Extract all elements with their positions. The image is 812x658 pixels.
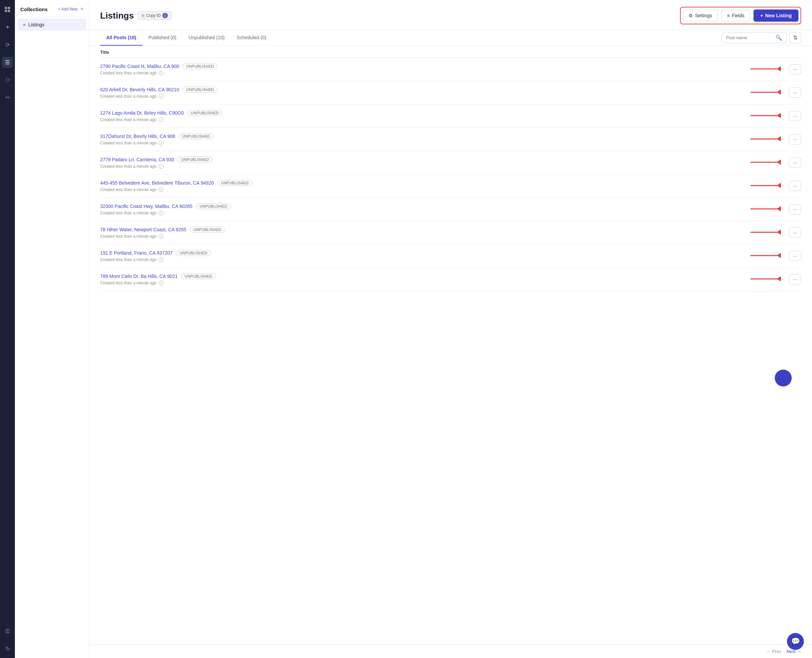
- more-options-button[interactable]: ···: [789, 227, 801, 238]
- arrow-line: [751, 232, 777, 233]
- listing-title-row: 1274 Lago Amila Dr, Birley Hills, C90O0 …: [100, 110, 789, 116]
- tab-unpublished[interactable]: Unpublished (10): [182, 30, 231, 45]
- listing-meta: Created less than a minute ago i: [100, 187, 789, 192]
- fields-button[interactable]: ≡ Fields: [721, 10, 751, 21]
- listing-meta: Created less than a minute ago i: [100, 234, 789, 239]
- listing-title[interactable]: 317Oahurst Dr, Bevrly Hills, CA 908: [100, 133, 175, 139]
- table-row: 2779 Padaro Ln, Carnteria, CA 930 UNPUBL…: [100, 151, 801, 174]
- tabs-right: 🔍 ⇅: [722, 32, 801, 43]
- icon-bar: ✦ ⟳ ☰ ⚇ ✂ ☰ ↻: [0, 0, 15, 658]
- listing-title[interactable]: 2779 Padaro Ln, Carnteria, CA 930: [100, 157, 174, 162]
- table-row: 191 E Portland, Frano, CA 937207 UNPUBLI…: [100, 244, 801, 268]
- sidebar-item-listings[interactable]: ≡ Listings: [17, 19, 86, 31]
- listing-title[interactable]: 1274 Lago Amila Dr, Birley Hills, C90O0: [100, 110, 184, 116]
- meta-info-icon[interactable]: i: [159, 118, 163, 122]
- status-badge: UNPUBLISHED: [190, 227, 225, 233]
- arrow-head: [777, 183, 781, 188]
- meta-info-icon[interactable]: i: [159, 257, 163, 262]
- meta-info-icon[interactable]: i: [159, 141, 163, 146]
- listing-title[interactable]: 2790 Pacific Coast H, Malibu, CA 900: [100, 64, 179, 69]
- listing-meta: Created less than a minute ago i: [100, 94, 789, 99]
- listing-title[interactable]: 32300 Pacific Coast Hwy, Malibu, CA 9026…: [100, 204, 193, 209]
- status-badge: UNPUBLISHED: [179, 133, 214, 139]
- tab-scheduled[interactable]: Scheduled (0): [231, 30, 272, 45]
- title-area: Listings ⎘ Copy ID i: [100, 11, 171, 21]
- meta-info-icon[interactable]: i: [159, 234, 163, 239]
- arrow-indicator: [751, 159, 781, 164]
- meta-info-icon[interactable]: i: [159, 187, 163, 192]
- arrow-head: [777, 113, 781, 118]
- filter-button[interactable]: ⇅: [789, 32, 801, 43]
- tools-icon[interactable]: ✂: [2, 92, 13, 103]
- arrow-indicator: [751, 113, 781, 118]
- more-options-button[interactable]: ···: [789, 88, 801, 98]
- listing-title[interactable]: 789 Mont Cielo Dr, Ba Hills, CA 9021: [100, 274, 177, 279]
- tab-all-posts[interactable]: All Posts (10): [100, 30, 143, 45]
- table-row: 32300 Pacific Coast Hwy, Malibu, CA 9026…: [100, 198, 801, 221]
- gear-icon: ⚙: [688, 13, 693, 18]
- meta-info-icon[interactable]: i: [159, 211, 163, 215]
- meta-info-icon[interactable]: i: [159, 164, 163, 169]
- copy-id-label: Copy ID: [146, 13, 161, 18]
- arrow-head: [777, 252, 781, 258]
- prev-button[interactable]: ← Prev: [766, 649, 781, 654]
- more-options-button[interactable]: ···: [789, 134, 801, 144]
- arrow-line: [751, 278, 777, 279]
- search-box[interactable]: 🔍: [722, 32, 787, 43]
- sidebar-header-actions: + Add New ×: [58, 6, 83, 12]
- close-sidebar-button[interactable]: ×: [80, 6, 83, 12]
- more-options-button[interactable]: ···: [789, 181, 801, 191]
- grid-icon[interactable]: [2, 4, 13, 15]
- new-listing-button[interactable]: + New Listing: [754, 9, 798, 22]
- page-title: Listings: [100, 11, 134, 21]
- listing-title[interactable]: 445-455 Belvedere Ave, Belvedere Tiburon…: [100, 180, 214, 186]
- bottom-icon-1[interactable]: ☰: [2, 625, 13, 636]
- arrow-indicator: [751, 252, 781, 258]
- search-input[interactable]: [726, 35, 773, 40]
- status-badge: UNPUBLISHED: [176, 250, 211, 256]
- listing-meta: Created less than a minute ago i: [100, 257, 789, 262]
- add-new-button[interactable]: + Add New: [58, 7, 77, 11]
- arrow-head: [777, 229, 781, 235]
- status-badge: UNPUBLISHED: [181, 273, 216, 279]
- arrow-indicator: [751, 276, 781, 281]
- cursor-icon[interactable]: ✦: [2, 22, 13, 33]
- meta-info-icon[interactable]: i: [159, 280, 163, 285]
- listing-content: 191 E Portland, Frano, CA 937207 UNPUBLI…: [100, 250, 789, 262]
- settings-button[interactable]: ⚙ Settings: [683, 10, 718, 21]
- floating-circle: [775, 370, 792, 387]
- bottom-icon-2[interactable]: ↻: [2, 643, 13, 654]
- meta-info-icon[interactable]: i: [159, 70, 163, 75]
- listing-title[interactable]: 620 Arkell Dr, Beverly Hills, CA 90210: [100, 87, 179, 92]
- page-icon[interactable]: ☰: [2, 57, 13, 67]
- listing-title[interactable]: 78 Hiher Water, Newport Coast, CA 9265: [100, 227, 187, 232]
- more-options-button[interactable]: ···: [789, 274, 801, 284]
- more-options-button[interactable]: ···: [789, 204, 801, 215]
- listing-meta: Created less than a minute ago i: [100, 211, 789, 215]
- listing-title-row: 620 Arkell Dr, Beverly Hills, CA 90210 U…: [100, 86, 789, 92]
- header-actions: ⚙ Settings ≡ Fields + New Listing: [680, 7, 801, 24]
- copy-id-badge[interactable]: ⎘ Copy ID i: [138, 11, 171, 20]
- more-options-button[interactable]: ···: [789, 251, 801, 261]
- arrow-head: [777, 136, 781, 141]
- chat-bubble[interactable]: 💬: [787, 633, 804, 650]
- arrow-line: [751, 255, 777, 256]
- arrow-line: [751, 68, 777, 69]
- listing-content: 78 Hiher Water, Newport Coast, CA 9265 U…: [100, 227, 789, 239]
- meta-info-icon[interactable]: i: [159, 94, 163, 99]
- more-options-button[interactable]: ···: [789, 64, 801, 74]
- more-options-button[interactable]: ···: [789, 111, 801, 121]
- loop-icon[interactable]: ⟳: [2, 39, 13, 50]
- meta-text: Created less than a minute ago: [100, 234, 157, 239]
- meta-text: Created less than a minute ago: [100, 118, 157, 122]
- more-options-button[interactable]: ···: [789, 158, 801, 168]
- listing-title[interactable]: 191 E Portland, Frano, CA 937207: [100, 250, 173, 255]
- arrow-line: [751, 208, 777, 209]
- listing-content: 789 Mont Cielo Dr, Ba Hills, CA 9021 UNP…: [100, 273, 789, 285]
- meta-text: Created less than a minute ago: [100, 164, 157, 169]
- main-header: Listings ⎘ Copy ID i ⚙ Settings ≡ Fields…: [90, 0, 812, 30]
- listing-title-row: 78 Hiher Water, Newport Coast, CA 9265 U…: [100, 227, 789, 233]
- tab-published[interactable]: Published (0): [143, 30, 183, 45]
- people-icon[interactable]: ⚇: [2, 74, 13, 85]
- sidebar-header: Collections + Add New ×: [15, 0, 89, 17]
